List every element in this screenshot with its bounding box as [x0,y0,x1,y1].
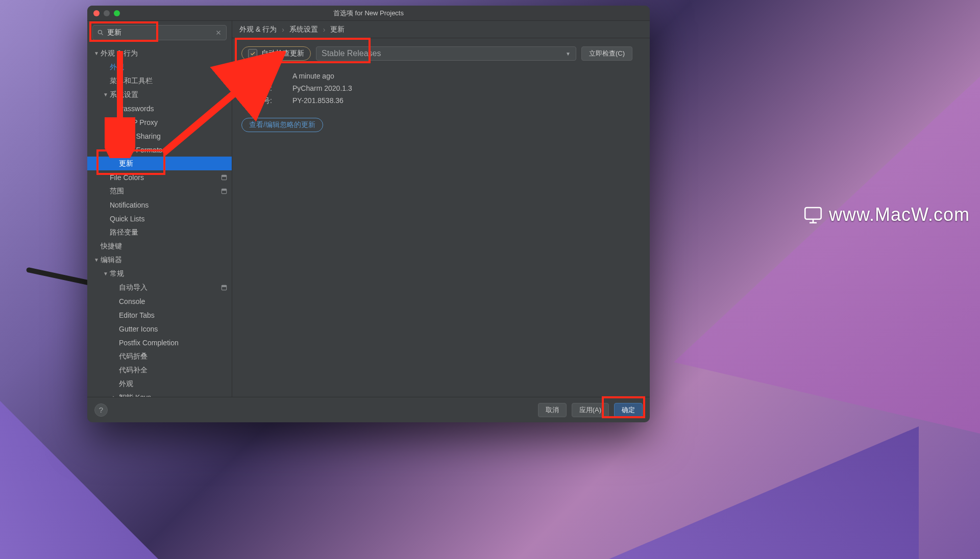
tree-item[interactable]: 代码折叠 [87,349,232,363]
tree-item[interactable]: 更新 [87,157,232,170]
tree-item[interactable]: ▼外观 & 行为 [87,46,232,60]
project-level-icon [220,284,228,291]
titlebar[interactable]: 首选项 for New Projects [87,6,650,21]
tree-item-label: 自动导入 [119,283,148,292]
tree-item-label: HTTP Proxy [119,118,158,126]
settings-tree[interactable]: ▼外观 & 行为外观菜单和工具栏▼系统设置PasswordsHTTP Proxy… [87,44,232,397]
svg-point-1 [98,30,102,34]
tree-item[interactable]: 范围 [87,184,232,198]
dialog-footer: ? 取消 应用(A) 确定 [87,397,650,422]
tree-item[interactable]: Passwords [87,101,232,115]
sidebar: ▼外观 & 行为外观菜单和工具栏▼系统设置PasswordsHTTP Proxy… [87,21,232,397]
project-level-icon [220,174,228,181]
tree-item-label: 外观 [119,379,133,389]
tree-item[interactable]: Postfix Completion [87,336,232,349]
close-icon[interactable] [93,10,100,16]
help-button[interactable]: ? [94,403,108,417]
tree-item-label: 外观 & 行为 [101,49,138,58]
crumb[interactable]: 更新 [330,25,345,34]
tree-item[interactable]: 外观 [87,60,232,74]
project-level-icon [220,188,228,195]
tree-item-label: 菜单和工具栏 [110,77,153,86]
search-input[interactable] [92,25,227,40]
zoom-icon[interactable] [114,10,120,16]
tree-item-label: 常规 [110,269,124,278]
tree-item[interactable]: Console [87,294,232,308]
window-title: 首选项 for New Projects [87,9,650,18]
preferences-window: 首选项 for New Projects ▼外观 & 行为外观菜单和工具栏▼系统… [87,6,650,422]
tree-item-label: Data Sharing [119,132,161,140]
tree-item-label: 范围 [110,187,124,196]
version-info: 上次检查A minute ago 当前版本:PyCharm 2020.1.3 构… [241,70,641,107]
tree-item-label: 代码补全 [119,366,148,375]
chevron-down-icon: ▼ [103,271,109,276]
view-ignored-updates-button[interactable]: 查看/编辑忽略的更新 [241,118,323,132]
crumb[interactable]: 外观 & 行为 [239,25,277,34]
tree-item-label: Console [119,297,145,306]
tree-item[interactable]: 快捷键 [87,239,232,253]
minimize-icon[interactable] [104,10,110,16]
tree-item-label: File Colors [110,173,144,182]
tree-item-label: 编辑器 [101,256,122,265]
tree-item[interactable]: Data Sharing [87,129,232,143]
tree-item[interactable]: ▼系统设置 [87,88,232,101]
breadcrumb: 外观 & 行为› 系统设置› 更新 [232,21,650,38]
chevron-down-icon: ▼ [103,92,109,97]
tree-item-label: 外观 [110,63,124,72]
tree-item[interactable]: ▼编辑器 [87,253,232,267]
auto-check-label: 自动检查更新 [261,49,304,58]
tree-item[interactable]: 外观 [87,377,232,391]
apply-button[interactable]: 应用(A) [572,403,609,417]
chevron-down-icon: ▼ [93,257,100,263]
tree-item[interactable]: Notifications [87,198,232,212]
tree-item[interactable]: 路径变量 [87,225,232,239]
tree-item[interactable]: 代码补全 [87,363,232,377]
tree-item-label: Passwords [119,105,154,113]
tree-item-label: Notifications [110,201,149,209]
clear-icon[interactable] [215,29,222,36]
tree-item-label: Date Formats [119,146,162,154]
chevron-down-icon: ▼ [566,51,571,57]
svg-rect-3 [222,175,226,177]
tree-item-label: 系统设置 [110,90,138,99]
auto-check-updates[interactable]: 自动检查更新 [241,46,311,61]
tree-item[interactable]: 自动导入 [87,281,232,294]
svg-rect-5 [222,189,226,191]
tree-item-label: Postfix Completion [119,339,179,347]
tree-item-label: 智能 Keys [119,393,151,397]
cancel-button[interactable]: 取消 [538,403,567,417]
chevron-right-icon: ▶ [112,395,118,397]
tree-item[interactable]: 菜单和工具栏 [87,74,232,88]
tree-item[interactable]: Quick Lists [87,212,232,225]
tree-item-label: 更新 [119,159,133,168]
chevron-down-icon: ▼ [93,50,100,56]
tree-item[interactable]: File Colors [87,170,232,184]
update-channel-dropdown[interactable]: Stable Releases ▼ [316,46,576,61]
ok-button[interactable]: 确定 [614,403,643,417]
tree-item-label: Quick Lists [110,215,144,223]
tree-item-label: 代码折叠 [119,352,148,361]
crumb[interactable]: 系统设置 [289,25,318,34]
svg-rect-0 [805,208,821,219]
dropdown-value: Stable Releases [322,49,381,58]
tree-item-label: 路径变量 [110,228,138,237]
main-panel: 外观 & 行为› 系统设置› 更新 自动检查更新 Stable Releases… [232,21,650,397]
check-now-button[interactable]: 立即检查(C) [581,46,632,61]
tree-item[interactable]: ▶智能 Keys [87,391,232,397]
tree-item[interactable]: HTTP Proxy [87,115,232,129]
tree-item-label: Gutter Icons [119,325,158,333]
search-icon [97,29,104,36]
tree-item[interactable]: Editor Tabs [87,308,232,322]
watermark: www.MacW.com [802,204,970,225]
search-field[interactable] [107,29,212,37]
tree-item[interactable]: Gutter Icons [87,322,232,336]
checkbox-icon[interactable] [248,49,257,58]
tree-item-label: Editor Tabs [119,311,155,319]
tree-item[interactable]: ▼常规 [87,267,232,281]
tree-item[interactable]: Date Formats [87,143,232,157]
svg-rect-7 [222,285,226,287]
tree-item-label: 快捷键 [101,242,122,251]
